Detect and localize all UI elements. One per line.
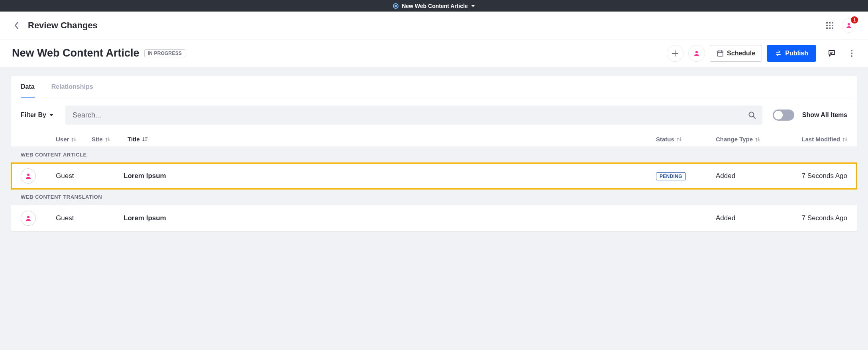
schedule-button-label: Schedule	[727, 50, 755, 57]
section-header: WEB CONTENT TRANSLATION	[11, 189, 857, 205]
sort-icon	[105, 137, 110, 142]
user-icon	[693, 50, 700, 57]
page-title: New Web Content Article	[12, 47, 139, 59]
user-avatar-button[interactable]: 1	[842, 18, 856, 33]
svg-line-21	[753, 116, 755, 118]
show-all-label: Show All Items	[802, 111, 847, 119]
app-topbar: New Web Content Article	[0, 0, 868, 12]
table-row[interactable]: GuestLorem IpsumPENDINGAdded7 Seconds Ag…	[11, 163, 857, 189]
svg-point-19	[851, 55, 852, 57]
column-title[interactable]: Title	[128, 136, 656, 143]
topbar-title[interactable]: New Web Content Article	[402, 3, 468, 9]
kebab-icon	[851, 49, 852, 57]
svg-rect-7	[829, 27, 831, 29]
main-card: Data Relationships Filter By Show All It…	[11, 76, 857, 232]
row-avatar	[21, 168, 36, 184]
svg-rect-11	[717, 51, 723, 56]
pending-badge: PENDING	[656, 172, 686, 180]
filter-toolbar: Filter By Show All Items	[11, 98, 857, 132]
table-columns: User Site Title Status Change Type Last …	[11, 132, 857, 147]
tabs: Data Relationships	[11, 76, 857, 98]
header: Review Changes 1 New Web Content Article…	[0, 12, 868, 67]
header-row-actions: New Web Content Article IN PROGRESS Sche…	[0, 39, 868, 67]
user-icon	[25, 215, 31, 221]
svg-point-18	[851, 53, 852, 54]
cell-title: Lorem Ipsum	[124, 172, 656, 180]
row-avatar	[21, 211, 36, 226]
svg-point-23	[27, 216, 29, 218]
notification-badge: 1	[851, 16, 858, 23]
svg-rect-1	[829, 22, 831, 23]
comments-button[interactable]	[823, 45, 840, 62]
section-header: WEB CONTENT ARTICLE	[11, 147, 857, 163]
sort-icon	[755, 137, 760, 142]
user-icon	[25, 173, 31, 179]
kebab-menu-button[interactable]	[847, 45, 856, 62]
toggle-knob	[774, 111, 783, 119]
search-field[interactable]	[65, 106, 762, 125]
schedule-button[interactable]: Schedule	[710, 45, 762, 62]
svg-rect-2	[832, 22, 833, 23]
plus-icon	[672, 50, 679, 57]
svg-rect-6	[826, 27, 828, 29]
chevron-down-icon	[49, 114, 53, 116]
svg-point-22	[27, 174, 29, 176]
search-icon[interactable]	[748, 111, 756, 119]
chevron-down-icon[interactable]	[471, 5, 475, 7]
svg-point-10	[695, 51, 698, 53]
tab-relationships[interactable]: Relationships	[51, 83, 93, 98]
cell-site: Guest	[56, 172, 124, 180]
header-row-breadcrumb: Review Changes 1	[0, 12, 868, 39]
cell-status: PENDING	[656, 172, 716, 180]
cell-change-type: Added	[716, 172, 782, 180]
cell-title: Lorem Ipsum	[124, 214, 656, 222]
cell-site: Guest	[56, 214, 124, 222]
column-user[interactable]: User	[56, 136, 84, 143]
comment-icon	[828, 49, 836, 57]
calendar-icon	[717, 50, 724, 57]
svg-rect-0	[826, 22, 828, 23]
table-body: WEB CONTENT ARTICLEGuestLorem IpsumPENDI…	[11, 147, 857, 232]
show-all-toggle[interactable]	[773, 109, 794, 121]
column-site[interactable]: Site	[92, 136, 120, 143]
column-change-type[interactable]: Change Type	[716, 136, 782, 143]
column-status[interactable]: Status	[656, 136, 716, 143]
breadcrumb-title: Review Changes	[28, 20, 98, 31]
svg-rect-3	[826, 25, 828, 26]
sort-icon	[71, 137, 76, 142]
svg-point-9	[848, 23, 850, 25]
filter-by-dropdown[interactable]: Filter By	[21, 111, 53, 119]
sort-icon	[842, 137, 847, 142]
sort-desc-icon	[142, 137, 148, 142]
cell-change-type: Added	[716, 214, 782, 222]
repeat-icon	[775, 50, 782, 57]
svg-rect-4	[829, 25, 831, 26]
svg-rect-8	[832, 27, 833, 29]
search-input[interactable]	[72, 111, 748, 120]
svg-rect-5	[832, 25, 833, 26]
add-button[interactable]	[667, 45, 683, 62]
cell-last-modified: 7 Seconds Ago	[782, 172, 847, 180]
column-last-modified[interactable]: Last Modified	[782, 136, 847, 143]
publish-button[interactable]: Publish	[767, 45, 816, 62]
publish-button-label: Publish	[785, 50, 808, 57]
svg-point-17	[851, 50, 852, 51]
table-row[interactable]: GuestLorem IpsumAdded7 Seconds Ago	[11, 205, 857, 232]
user-icon	[846, 22, 852, 29]
target-icon	[393, 3, 399, 9]
cell-last-modified: 7 Seconds Ago	[782, 214, 847, 222]
back-button[interactable]	[12, 21, 21, 30]
status-badge: IN PROGRESS	[144, 49, 186, 57]
user-filter-button[interactable]	[688, 45, 705, 62]
filter-by-label: Filter By	[21, 111, 46, 119]
tab-data[interactable]: Data	[21, 83, 35, 98]
sort-icon	[677, 137, 681, 142]
apps-grid-button[interactable]	[822, 18, 838, 33]
